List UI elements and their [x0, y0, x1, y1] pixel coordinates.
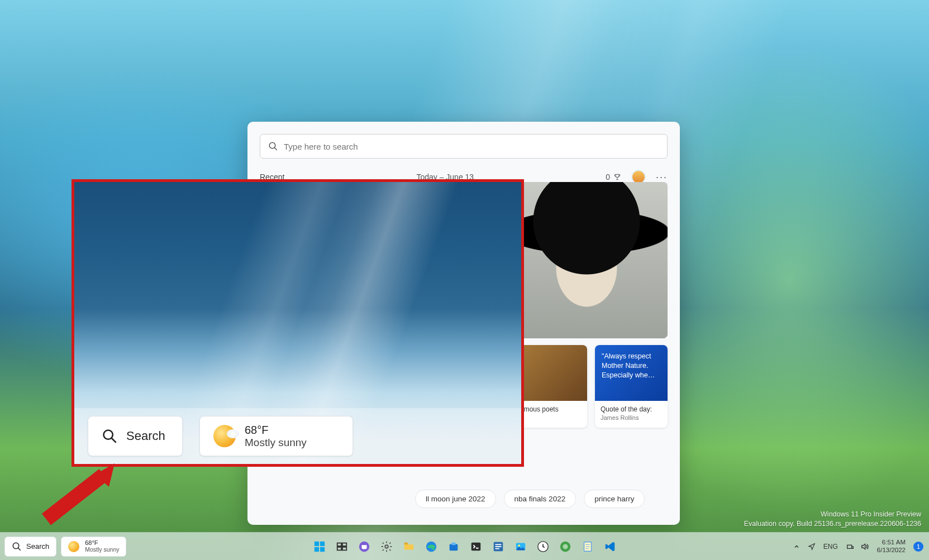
clock[interactable]: 6:51 AM 6/13/2022	[877, 539, 906, 553]
svg-rect-8	[314, 541, 318, 545]
zoom-callout: Search 68°F Mostly sunny	[72, 179, 524, 467]
svg-rect-11	[320, 547, 324, 551]
taskbar-center	[311, 538, 619, 556]
network-icon[interactable]	[846, 542, 855, 551]
file-explorer-icon[interactable]	[400, 538, 418, 556]
svg-rect-36	[847, 545, 851, 548]
svg-rect-21	[451, 542, 455, 545]
svg-line-1	[274, 147, 277, 150]
vscode-icon[interactable]	[601, 538, 619, 556]
tray-overflow-button[interactable]	[793, 543, 800, 550]
svg-point-31	[563, 544, 568, 549]
edge-dev-icon[interactable]	[556, 538, 574, 556]
search-icon	[12, 542, 22, 552]
svg-line-3	[112, 438, 116, 443]
svg-marker-4	[95, 463, 115, 487]
svg-rect-26	[495, 548, 499, 549]
taskbar-weather-cond: Mostly sunny	[85, 547, 119, 553]
zoom-search-button[interactable]: Search	[88, 416, 183, 456]
settings-icon[interactable]	[378, 538, 396, 556]
weather-sun-icon	[68, 541, 79, 552]
svg-rect-22	[471, 542, 480, 551]
svg-rect-10	[314, 547, 318, 551]
svg-rect-18	[404, 542, 407, 544]
terminal-icon[interactable]	[467, 538, 485, 556]
zoom-weather-cond: Mostly sunny	[245, 437, 307, 449]
points-value: 0	[606, 173, 610, 181]
watermark-line1: Windows 11 Pro Insider Preview	[744, 510, 921, 519]
zoom-taskbar: Search 68°F Mostly sunny	[74, 408, 521, 464]
search-icon	[268, 141, 278, 151]
system-tray: ENG 6:51 AM 6/13/2022 1	[793, 539, 923, 553]
chip[interactable]: prince harry	[584, 490, 645, 508]
search-icon	[102, 428, 117, 444]
start-button[interactable]	[311, 538, 328, 556]
notification-badge[interactable]: 1	[913, 542, 923, 552]
svg-rect-9	[320, 541, 324, 545]
notepad-icon[interactable]	[579, 538, 597, 556]
location-icon[interactable]	[808, 543, 816, 551]
store-icon[interactable]	[445, 538, 463, 556]
edge-browser-icon[interactable]	[422, 538, 440, 556]
teams-chat-icon[interactable]	[355, 538, 373, 556]
svg-point-0	[269, 142, 275, 149]
card-quote-author: James Rollins	[601, 414, 662, 421]
chip[interactable]: nba finals 2022	[504, 490, 577, 508]
zoom-search-label: Search	[126, 429, 165, 443]
hero-portrait	[506, 182, 668, 338]
svg-rect-25	[495, 546, 501, 547]
zoom-weather-button[interactable]: 68°F Mostly sunny	[199, 416, 353, 456]
taskbar-weather-button[interactable]: 68°F Mostly sunny	[61, 537, 126, 557]
trophy-icon	[613, 173, 621, 181]
weather-sun-icon	[213, 425, 236, 447]
taskbar-search-label: Search	[26, 542, 49, 551]
volume-icon[interactable]	[860, 542, 869, 551]
svg-point-6	[13, 543, 19, 549]
card-quote-text: "Always respect Mother Nature. Especiall…	[595, 345, 668, 401]
clock-date: 6/13/2022	[877, 547, 906, 554]
trending-chips: ll moon june 2022 nba finals 2022 prince…	[415, 490, 668, 508]
svg-point-17	[385, 545, 388, 548]
watermark-line2: Evaluation copy. Build 25136.rs_prerelea…	[744, 519, 921, 529]
clock-app-icon[interactable]	[534, 538, 552, 556]
search-box[interactable]	[260, 134, 668, 159]
card-image	[514, 345, 587, 401]
card-caption: amous poets	[514, 401, 587, 420]
callout-arrow	[31, 463, 120, 542]
card-quote-title: Quote of the day:	[601, 405, 662, 413]
taskbar-search-button[interactable]: Search	[4, 537, 56, 557]
task-view-button[interactable]	[333, 538, 351, 556]
more-options-button[interactable]: ···	[656, 171, 668, 183]
zoom-weather-temp: 68°F	[245, 424, 307, 437]
svg-rect-12	[337, 543, 341, 546]
clock-time: 6:51 AM	[877, 539, 906, 546]
card-quote-of-day[interactable]: "Always respect Mother Nature. Especiall…	[595, 345, 668, 428]
svg-point-2	[104, 430, 113, 439]
card-famous-poets[interactable]: amous poets	[514, 345, 587, 428]
svg-point-28	[518, 544, 520, 547]
photos-icon[interactable]	[512, 538, 530, 556]
svg-line-7	[18, 548, 21, 551]
language-indicator[interactable]: ENG	[823, 543, 838, 551]
search-input[interactable]	[284, 142, 659, 151]
taskbar: Search 68°F Mostly sunny	[0, 532, 929, 560]
svg-rect-5	[42, 469, 108, 525]
svg-rect-24	[495, 544, 501, 545]
svg-rect-14	[337, 547, 341, 550]
chip[interactable]: ll moon june 2022	[415, 490, 496, 508]
rewards-points[interactable]: 0	[606, 173, 621, 181]
desktop-watermark: Windows 11 Pro Insider Preview Evaluatio…	[744, 510, 921, 529]
svg-rect-13	[342, 543, 346, 546]
app-icon-1[interactable]	[489, 538, 507, 556]
svg-rect-15	[342, 547, 346, 550]
